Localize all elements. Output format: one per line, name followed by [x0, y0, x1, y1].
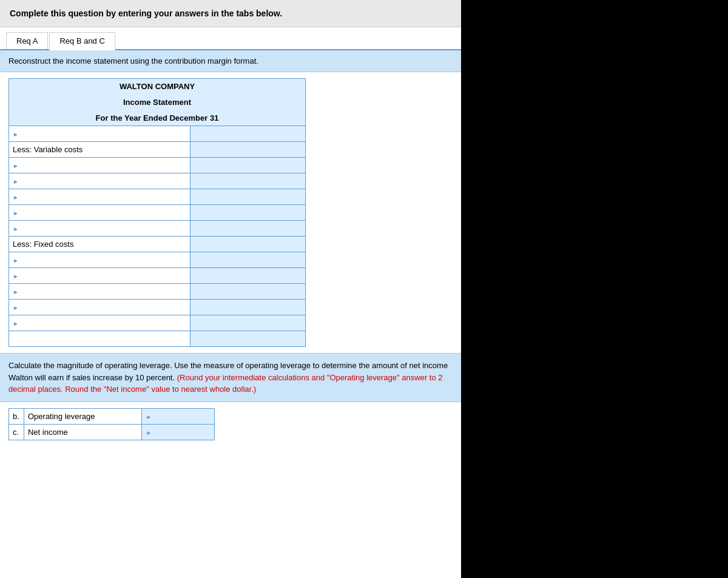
table-row: ►: [9, 252, 306, 268]
dotted-row: [9, 331, 306, 347]
row-label-1: ►: [9, 126, 190, 142]
income-statement-container: WALTON COMPANY Income Statement For the …: [0, 72, 461, 353]
header-row-3: For the Year Ended December 31: [9, 110, 306, 126]
table-row: ►: [9, 205, 306, 221]
table-row: ►: [9, 126, 306, 142]
table-row: ►: [9, 315, 306, 331]
tab-req-b-c[interactable]: Req B and C: [49, 32, 115, 50]
row-input-1[interactable]: [190, 126, 306, 142]
var-input-2[interactable]: [194, 176, 302, 186]
row-b-input[interactable]: ►: [142, 408, 215, 424]
variable-costs-input[interactable]: [190, 142, 306, 158]
triangle-icon-4: ►: [13, 194, 19, 201]
tab-req-a[interactable]: Req A: [6, 32, 48, 49]
statement-title: Income Statement: [9, 95, 306, 110]
triangle-icon-7: ►: [13, 257, 19, 264]
fix-row-input-5[interactable]: [190, 315, 306, 331]
fix-input-2[interactable]: [194, 271, 302, 280]
row-c-input[interactable]: ►: [142, 424, 215, 440]
fix-row-label-1: ►: [9, 252, 190, 268]
header-row-2: Income Statement: [9, 95, 306, 110]
triangle-icon-b: ►: [146, 414, 152, 420]
var-row-input-3[interactable]: [190, 189, 306, 205]
table-row: ►: [9, 300, 306, 315]
fixed-costs-label-row: Less: Fixed costs: [9, 237, 306, 252]
var-input-5[interactable]: [194, 224, 302, 233]
variable-costs-label-row: Less: Variable costs: [9, 142, 306, 158]
table-row: ►: [9, 189, 306, 205]
row-b-letter: b.: [9, 408, 24, 424]
variable-costs-input-field[interactable]: [194, 145, 302, 154]
period-title: For the Year Ended December 31: [9, 110, 306, 126]
row-c-letter: c.: [9, 424, 24, 440]
tabs-bar: Req A Req B and C: [0, 27, 461, 50]
fix-input-4[interactable]: [194, 303, 302, 312]
var-input-3[interactable]: [194, 192, 302, 201]
table-row: ►: [9, 221, 306, 237]
net-income-input[interactable]: [155, 428, 207, 437]
table-row: ►: [9, 268, 306, 284]
var-input-1[interactable]: [194, 161, 302, 170]
fix-row-label-3: ►: [9, 284, 190, 300]
bottom-table: b. Operating leverage ► c. Net income: [8, 408, 215, 440]
header-row-1: WALTON COMPANY: [9, 79, 306, 95]
input-field-1[interactable]: [194, 129, 302, 138]
row-c-label: Net income: [24, 424, 141, 440]
operating-leverage-input[interactable]: [155, 412, 207, 421]
fix-row-label-2: ►: [9, 268, 190, 284]
fix-row-label-5: ►: [9, 315, 190, 331]
fix-row-input-3[interactable]: [190, 284, 306, 300]
fixed-costs-input[interactable]: [190, 237, 306, 252]
fix-input-5[interactable]: [194, 318, 302, 328]
table-row: ►: [9, 173, 306, 189]
triangle-icon-6: ►: [13, 226, 19, 232]
var-input-4[interactable]: [194, 208, 302, 217]
row-b-label: Operating leverage: [24, 408, 141, 424]
var-row-label-1: ►: [9, 158, 190, 173]
triangle-icon-11: ►: [13, 320, 19, 327]
var-row-input-4[interactable]: [190, 205, 306, 221]
fix-row-input-4[interactable]: [190, 300, 306, 315]
var-row-input-1[interactable]: [190, 158, 306, 173]
var-row-input-5[interactable]: [190, 221, 306, 237]
dotted-label: [9, 331, 190, 347]
income-statement-table: WALTON COMPANY Income Statement For the …: [8, 78, 306, 347]
fixed-costs-label: Less: Fixed costs: [9, 237, 190, 252]
fix-input-3[interactable]: [194, 287, 302, 296]
triangle-icon-10: ►: [13, 304, 19, 311]
bottom-table-row-b: b. Operating leverage ►: [9, 408, 215, 424]
company-title: WALTON COMPANY: [9, 79, 306, 95]
var-row-label-3: ►: [9, 189, 190, 205]
var-row-input-2[interactable]: [190, 173, 306, 189]
triangle-icon-9: ►: [13, 289, 19, 295]
var-row-label-2: ►: [9, 173, 190, 189]
triangle-icon-c: ►: [146, 429, 152, 436]
table-row: ►: [9, 284, 306, 300]
dotted-input: [190, 331, 306, 347]
bottom-table-container: b. Operating leverage ► c. Net income: [0, 402, 461, 446]
fix-row-input-1[interactable]: [190, 252, 306, 268]
fixed-costs-input-field[interactable]: [194, 240, 302, 249]
variable-costs-label: Less: Variable costs: [9, 142, 190, 158]
triangle-icon-2: ►: [13, 163, 19, 169]
fix-row-input-2[interactable]: [190, 268, 306, 284]
var-row-label-5: ►: [9, 221, 190, 237]
triangle-icon-3: ►: [13, 178, 19, 185]
bottom-description: Calculate the magnitude of operating lev…: [0, 353, 461, 402]
fix-input-1[interactable]: [194, 255, 302, 264]
instruction-bar: Complete this question by entering your …: [0, 0, 461, 27]
triangle-icon-1: ►: [13, 131, 19, 138]
bottom-table-row-c: c. Net income ►: [9, 424, 215, 440]
table-row: ►: [9, 158, 306, 173]
var-row-label-4: ►: [9, 205, 190, 221]
instruction-text: Complete this question by entering your …: [10, 8, 282, 18]
section-description: Reconstruct the income statement using t…: [0, 50, 461, 72]
triangle-icon-8: ►: [13, 273, 19, 280]
fix-row-label-4: ►: [9, 300, 190, 315]
triangle-icon-5: ►: [13, 210, 19, 217]
